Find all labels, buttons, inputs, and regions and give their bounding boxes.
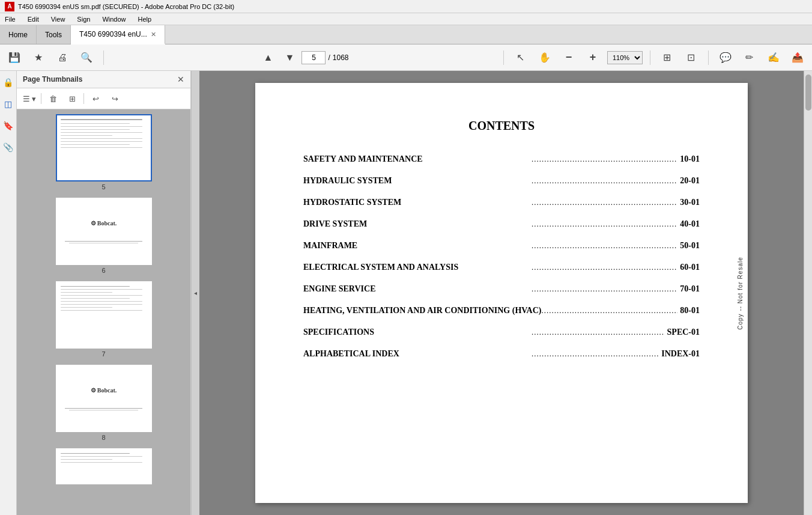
thumbnail-redo-button[interactable]: ↪: [107, 91, 123, 106]
tab-document[interactable]: T450 6990394 enU... ✕: [71, 25, 165, 44]
app-icon: A: [5, 2, 14, 11]
toc-page: INDEX-01: [661, 349, 700, 359]
sidebar-icon-layers[interactable]: ◫: [2, 97, 15, 111]
tab-home[interactable]: Home: [0, 25, 37, 44]
page-total: 1068: [333, 53, 349, 62]
panel-close-button[interactable]: ✕: [177, 75, 184, 84]
zoom-select[interactable]: 110% 100% 75% 50% 150%: [607, 51, 643, 64]
toolbar-right: ⊞ ⊡ 💬 ✏ ✍ 📤: [658, 48, 807, 67]
thumbnail-page-5[interactable]: 5: [19, 114, 188, 190]
sidebar-icon-lock[interactable]: 🔒: [2, 76, 15, 89]
panel-toolbar: ☰ ▾ 🗑 ⊞ ↩ ↪: [17, 88, 190, 109]
fit-width-button[interactable]: ⊡: [682, 48, 701, 67]
thumbnail-delete-button[interactable]: 🗑: [45, 91, 61, 106]
toc-label: HYDROSTATIC SYSTEM: [303, 198, 532, 207]
menu-view[interactable]: View: [49, 16, 68, 23]
toc-label: HEATING, VENTILATION AND AIR CONDITIONIN…: [303, 306, 541, 315]
thumbnail-menu-button[interactable]: ☰ ▾: [22, 91, 37, 106]
toc-entry: HYDRAULIC SYSTEM .......................…: [303, 176, 700, 186]
cursor-tool-button[interactable]: ↖: [511, 48, 530, 67]
toc-dots: ........................................…: [532, 219, 677, 229]
search-button[interactable]: 🔍: [77, 48, 96, 67]
toc-label: SPECIFICATIONS: [303, 328, 532, 337]
thumbnail-page-7[interactable]: 7: [19, 281, 188, 358]
menu-edit[interactable]: Edit: [25, 16, 41, 23]
toc-label: HYDRAULIC SYSTEM: [303, 176, 532, 186]
scrollbar-thumb[interactable]: [805, 75, 811, 111]
tab-close-icon[interactable]: ✕: [151, 31, 156, 38]
main-layout: 🔒 ◫ 🔖 📎 Page Thumbnails ✕ ☰ ▾ 🗑 ⊞ ↩ ↪: [0, 71, 812, 515]
title-bar: A T450 6990394 enUS sm.pdf (SECURED) - A…: [0, 0, 812, 13]
toc-dots: ........................................…: [532, 263, 677, 272]
menu-bar: File Edit View Sign Window Help: [0, 13, 812, 25]
panel-collapse-button[interactable]: ◂: [191, 71, 199, 515]
toc-entry: ENGINE SERVICE .........................…: [303, 284, 700, 294]
highlight-button[interactable]: ✏: [740, 48, 759, 67]
toc-dots: ........................................…: [532, 154, 677, 164]
toc-entry: DRIVE SYSTEM ...........................…: [303, 219, 700, 229]
thumbnail-page-6[interactable]: ⚙ Bobcat. 6: [19, 198, 188, 274]
toc-dots: ........................................…: [541, 306, 677, 315]
bookmark-button[interactable]: ★: [29, 48, 48, 67]
pdf-page: CONTENTS SAFETY AND MAINTENANCE ........…: [255, 83, 748, 503]
sidebar-icons: 🔒 ◫ 🔖 📎: [0, 71, 17, 515]
print-button[interactable]: 🖨: [53, 48, 72, 67]
page-number-input[interactable]: 5: [301, 51, 326, 64]
side-note: Copy -- Not for Resale: [737, 257, 748, 329]
toc-entry: HEATING, VENTILATION AND AIR CONDITIONIN…: [303, 306, 700, 315]
toc-label: ENGINE SERVICE: [303, 284, 532, 294]
toc-entry: SAFETY AND MAINTENANCE .................…: [303, 154, 700, 164]
thumbnail-img-9: [56, 448, 152, 484]
thumbnail-label-7: 7: [102, 350, 105, 358]
thumbnail-scroll-area[interactable]: 5 ⚙ Bobcat. 6: [17, 109, 190, 515]
toolbar-separator-4: [708, 50, 709, 65]
save-button[interactable]: 💾: [5, 48, 24, 67]
thumbnail-embed-button[interactable]: ⊞: [64, 91, 80, 106]
thumbnail-label-5: 5: [102, 183, 105, 190]
pdf-content-area: CONTENTS SAFETY AND MAINTENANCE ........…: [199, 71, 812, 515]
hand-tool-button[interactable]: ✋: [535, 48, 554, 67]
thumbnail-img-6: ⚙ Bobcat.: [56, 198, 152, 265]
toc-entry: ALPHABETICAL INDEX .....................…: [303, 349, 700, 359]
panel-toolbar-sep-1: [41, 93, 41, 104]
page-title: CONTENTS: [303, 119, 700, 133]
tab-tools[interactable]: Tools: [37, 25, 71, 44]
zoom-out-button[interactable]: −: [559, 48, 578, 67]
toc-dots: ........................................…: [532, 328, 665, 337]
stamp-button[interactable]: ✍: [764, 48, 783, 67]
toc-page: 10-01: [680, 154, 700, 164]
thumbnail-label-6: 6: [102, 267, 105, 274]
thumbnail-page-8[interactable]: ⚙ Bobcat. 8: [19, 365, 188, 441]
sidebar-icon-bookmark[interactable]: 🔖: [2, 119, 15, 132]
right-scrollbar[interactable]: [804, 71, 812, 515]
thumbnail-page-9[interactable]: [19, 448, 188, 484]
panel-title: Page Thumbnails: [23, 75, 82, 84]
toc-table: SAFETY AND MAINTENANCE .................…: [303, 154, 700, 359]
menu-help[interactable]: Help: [136, 16, 154, 23]
tab-bar: Home Tools T450 6990394 enU... ✕: [0, 25, 812, 44]
toc-page: 30-01: [680, 198, 700, 207]
menu-window[interactable]: Window: [100, 16, 128, 23]
fit-page-button[interactable]: ⊞: [658, 48, 677, 67]
toc-label: MAINFRAME: [303, 241, 532, 251]
toc-entry: HYDROSTATIC SYSTEM .....................…: [303, 198, 700, 207]
comment-button[interactable]: 💬: [716, 48, 735, 67]
page-down-button[interactable]: ▼: [280, 48, 299, 67]
menu-sign[interactable]: Sign: [74, 16, 92, 23]
window-title: T450 6990394 enUS sm.pdf (SECURED) - Ado…: [18, 3, 234, 10]
toc-page: 20-01: [680, 176, 700, 186]
sign-button[interactable]: 📤: [788, 48, 807, 67]
thumbnail-undo-button[interactable]: ↩: [88, 91, 103, 106]
toc-dots: ........................................…: [532, 198, 677, 207]
toc-page: 70-01: [680, 284, 700, 294]
sidebar-icon-clip[interactable]: 📎: [2, 141, 15, 154]
toc-label: SAFETY AND MAINTENANCE: [303, 154, 532, 164]
toolbar: 💾 ★ 🖨 🔍 ▲ ▼ 5 / 1068 ↖ ✋ − + 110% 100% 7…: [0, 44, 812, 71]
zoom-in-button[interactable]: +: [583, 48, 602, 67]
thumbnail-label-8: 8: [102, 434, 105, 441]
thumbnail-img-7: [56, 281, 152, 349]
panel-toolbar-sep-2: [83, 93, 84, 104]
menu-file[interactable]: File: [2, 16, 18, 23]
thumbnail-img-5: [56, 114, 152, 181]
page-up-button[interactable]: ▲: [258, 48, 277, 67]
